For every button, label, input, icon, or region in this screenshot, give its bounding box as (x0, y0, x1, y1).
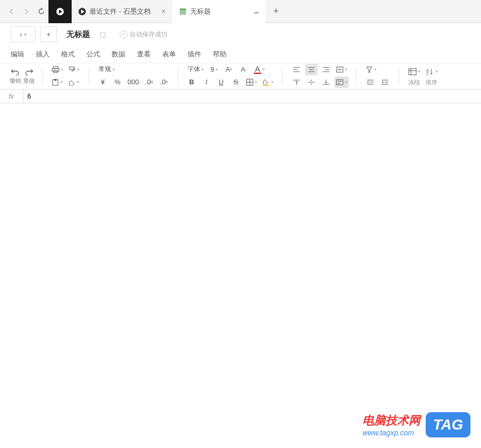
autosave-status: 自动保存成功 (120, 30, 168, 39)
tab-title: 无标题 (190, 7, 211, 16)
fill-color-button[interactable] (261, 76, 275, 88)
decrease-decimal-button[interactable]: .00 (158, 76, 170, 88)
bookmark-icon[interactable]: ◻ (100, 30, 106, 39)
menu-item[interactable]: 插件 (188, 50, 201, 59)
browser-titlebar: 最近文件 - 石墨文档 × 无标题 ☁ + (0, 0, 481, 23)
menu-bar: 编辑插入格式公式数据查看表单插件帮助 (0, 45, 481, 63)
undo-button[interactable]: 撤销 (9, 67, 21, 85)
decrease-font-button[interactable]: A- (238, 64, 250, 75)
filter-button[interactable] (364, 64, 378, 75)
borders-button[interactable] (244, 76, 259, 88)
back-dropdown-button[interactable]: ‹ (11, 26, 36, 42)
svg-rect-11 (54, 79, 56, 81)
tab-untitled[interactable]: 无标题 ☁ (172, 0, 266, 23)
forward-button[interactable] (19, 4, 34, 19)
menu-item[interactable]: 公式 (86, 50, 100, 59)
menu-item[interactable]: 插入 (36, 50, 50, 59)
italic-button[interactable]: I (200, 76, 213, 88)
increase-font-button[interactable]: A+ (223, 64, 235, 75)
print-button[interactable] (50, 64, 65, 75)
underline-button[interactable]: U (215, 76, 228, 88)
menu-item[interactable]: 帮助 (213, 50, 227, 59)
menu-item[interactable]: 表单 (162, 50, 176, 59)
document-title[interactable]: 无标题 (66, 30, 90, 40)
svg-text:Z: Z (426, 72, 429, 75)
redo-button[interactable]: 重做 (23, 67, 35, 85)
toolbar: 撤销 重做 常规 ¥ % 000 .00 .00 字体 9 A+ A- (0, 63, 481, 90)
tab-title: 最近文件 - 石墨文档 (90, 7, 151, 16)
formula-bar: fx (0, 90, 481, 103)
clear-format-button[interactable] (66, 76, 81, 88)
number-format-select[interactable]: 常规 (96, 64, 117, 75)
menu-item[interactable]: 数据 (112, 50, 125, 59)
font-color-button[interactable]: A (252, 64, 267, 75)
cloud-icon: ☁ (253, 8, 259, 15)
align-middle-button[interactable] (305, 76, 318, 88)
menu-item[interactable]: 格式 (61, 50, 75, 59)
strikethrough-button[interactable]: S (230, 76, 242, 88)
sort-button[interactable]: AZ 排序 (424, 66, 439, 86)
paste-button[interactable] (50, 76, 64, 88)
menu-item[interactable]: 编辑 (11, 50, 24, 59)
bold-button[interactable]: B (185, 76, 198, 88)
back-button[interactable] (4, 4, 19, 19)
reload-button[interactable] (34, 4, 48, 19)
document-header: ‹ + 无标题 ◻ 自动保存成功 (0, 23, 481, 45)
app-icon (55, 7, 65, 16)
shimo-icon (78, 7, 86, 16)
font-family-select[interactable]: 字体 (185, 64, 206, 75)
svg-rect-29 (337, 80, 343, 85)
text-wrap-button[interactable] (335, 76, 349, 88)
home-tab[interactable] (48, 0, 72, 23)
sheet-icon (179, 7, 187, 16)
menu-item[interactable]: 查看 (137, 50, 151, 59)
align-center-button[interactable] (305, 64, 318, 75)
svg-rect-5 (180, 8, 186, 10)
merge-cells-button[interactable] (335, 64, 349, 75)
svg-rect-9 (70, 67, 74, 70)
align-right-button[interactable] (320, 64, 332, 75)
close-icon[interactable]: × (161, 7, 166, 16)
increase-decimal-button[interactable]: .00 (143, 76, 155, 88)
add-button[interactable]: + (40, 26, 57, 42)
svg-rect-36 (409, 69, 416, 75)
freeze-button[interactable]: 冻结 (407, 66, 422, 86)
tab-recent-files[interactable]: 最近文件 - 石墨文档 × (72, 0, 172, 23)
align-left-button[interactable] (290, 64, 303, 75)
new-tab-button[interactable]: + (266, 6, 287, 17)
fx-label: fx (0, 90, 23, 103)
currency-yen-button[interactable]: ¥ (96, 76, 109, 88)
formula-input[interactable] (23, 90, 481, 103)
svg-rect-6 (53, 66, 58, 69)
increase-indent-button[interactable] (379, 76, 391, 88)
thousands-button[interactable]: 000 (126, 76, 141, 88)
font-size-select[interactable]: 9 (208, 64, 221, 75)
align-bottom-button[interactable] (320, 76, 332, 88)
percent-button[interactable]: % (111, 76, 124, 88)
decrease-indent-button[interactable] (364, 76, 377, 88)
paint-format-button[interactable] (67, 64, 81, 75)
align-top-button[interactable] (290, 76, 303, 88)
svg-rect-15 (263, 85, 269, 86)
